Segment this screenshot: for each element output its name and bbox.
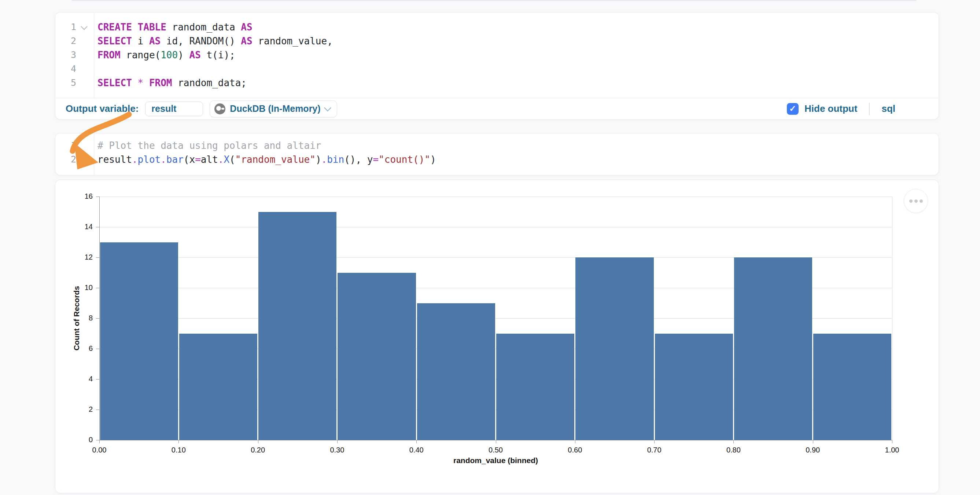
code-line: SELECT i AS id, RANDOM() AS random_value…: [97, 34, 939, 48]
x-tick: [337, 440, 337, 443]
x-tick-label: 1.00: [872, 446, 912, 454]
notebook-page: 12345 CREATE TABLE random_data ASSELECT …: [0, 0, 980, 495]
x-tick: [416, 440, 417, 443]
code-line: CREATE TABLE random_data AS: [97, 20, 939, 34]
gridline: [99, 197, 892, 197]
x-tick: [496, 440, 496, 443]
bar: [179, 334, 257, 440]
language-badge-sql[interactable]: sql: [881, 103, 895, 115]
chevron-down-icon: [324, 104, 331, 111]
line-number: 3: [55, 48, 94, 62]
x-tick: [258, 440, 258, 443]
x-tick: [813, 440, 813, 443]
y-axis-line: [99, 197, 100, 440]
chart-output-cell: 02468101214160.000.100.200.300.400.500.6…: [55, 180, 939, 493]
y-tick: [96, 379, 99, 379]
bar: [258, 212, 336, 440]
x-axis-title: random_value (binned): [453, 456, 538, 465]
line-number: 1: [55, 20, 94, 34]
sql-code-editor[interactable]: 12345 CREATE TABLE random_data ASSELECT …: [55, 13, 939, 106]
python-cell: 12 # Plot the data using polars and alta…: [55, 133, 939, 175]
y-tick: [96, 318, 99, 318]
bar: [496, 334, 574, 440]
x-tick-label: 0.60: [555, 446, 595, 454]
python-code-editor[interactable]: 12 # Plot the data using polars and alta…: [55, 134, 939, 175]
plot-right-border: [892, 197, 892, 440]
histogram-chart: 02468101214160.000.100.200.300.400.500.6…: [55, 180, 939, 493]
code-line: SELECT * FROM random_data;: [97, 76, 939, 90]
x-tick-label: 0.70: [634, 446, 675, 454]
x-tick-label: 0.10: [158, 446, 199, 454]
y-tick-label: 4: [68, 375, 93, 383]
hide-output-label[interactable]: Hide output: [805, 103, 857, 115]
python-code-lines: # Plot the data using polars and altairr…: [94, 138, 939, 167]
x-tick: [99, 440, 100, 443]
bar: [575, 258, 654, 440]
x-tick-label: 0.20: [238, 446, 278, 454]
y-tick: [96, 409, 99, 410]
sql-cell-footer: Output variable: DuckDB (In-Memory) ✓ Hi…: [55, 98, 939, 119]
line-number: 2: [55, 34, 94, 48]
y-tick-label: 16: [68, 192, 93, 201]
code-line: # Plot the data using polars and altair: [97, 138, 939, 153]
engine-dropdown-label: DuckDB (In-Memory): [230, 103, 320, 114]
y-tick: [96, 197, 99, 197]
sql-cell: 12345 CREATE TABLE random_data ASSELECT …: [55, 12, 939, 119]
sql-code-lines: CREATE TABLE random_data ASSELECT i AS i…: [94, 20, 939, 90]
engine-dropdown[interactable]: DuckDB (In-Memory): [210, 100, 337, 117]
line-number: 4: [55, 62, 94, 76]
bar: [813, 334, 891, 440]
bar: [337, 273, 415, 440]
x-tick-label: 0.40: [396, 446, 436, 454]
x-tick: [178, 440, 179, 443]
x-tick-label: 0.30: [317, 446, 357, 454]
footer-right-group: ✓ Hide output sql: [787, 103, 895, 115]
code-line: [97, 62, 939, 76]
x-tick-label: 0.00: [79, 446, 119, 454]
code-line: FROM range(100) AS t(i);: [97, 48, 939, 62]
y-tick-label: 2: [68, 405, 93, 414]
x-tick-label: 0.80: [713, 446, 754, 454]
y-tick-label: 14: [68, 223, 93, 231]
output-variable-input[interactable]: [145, 102, 203, 116]
previous-cell-bottom-edge: [72, 0, 916, 1]
line-number: 2: [55, 153, 94, 167]
line-number: 5: [55, 76, 94, 90]
sql-line-number-gutter: 12345: [55, 13, 94, 99]
x-tick: [892, 440, 892, 443]
x-tick-label: 0.90: [793, 446, 833, 454]
hide-output-checkbox[interactable]: ✓: [787, 103, 799, 115]
bar: [100, 242, 178, 440]
bar: [734, 258, 812, 440]
output-variable-label: Output variable:: [65, 103, 138, 115]
y-axis-title: Count of Records: [72, 286, 81, 350]
x-tick: [575, 440, 575, 443]
x-tick: [733, 440, 734, 443]
x-tick-label: 0.50: [476, 446, 516, 454]
y-tick: [96, 349, 99, 349]
y-tick-label: 0: [68, 436, 93, 444]
footer-left-group: Output variable: DuckDB (In-Memory): [65, 100, 787, 117]
python-line-number-gutter: 12: [55, 134, 94, 175]
duckdb-icon: [215, 103, 225, 115]
y-tick: [96, 440, 99, 440]
bar: [655, 334, 733, 440]
y-tick-label: 12: [68, 253, 93, 261]
line-number: 1: [55, 138, 94, 153]
bar: [417, 303, 495, 440]
footer-divider: [869, 103, 870, 115]
x-tick: [654, 440, 655, 443]
code-line: result.plot.bar(x=alt.X("random_value").…: [97, 153, 939, 167]
